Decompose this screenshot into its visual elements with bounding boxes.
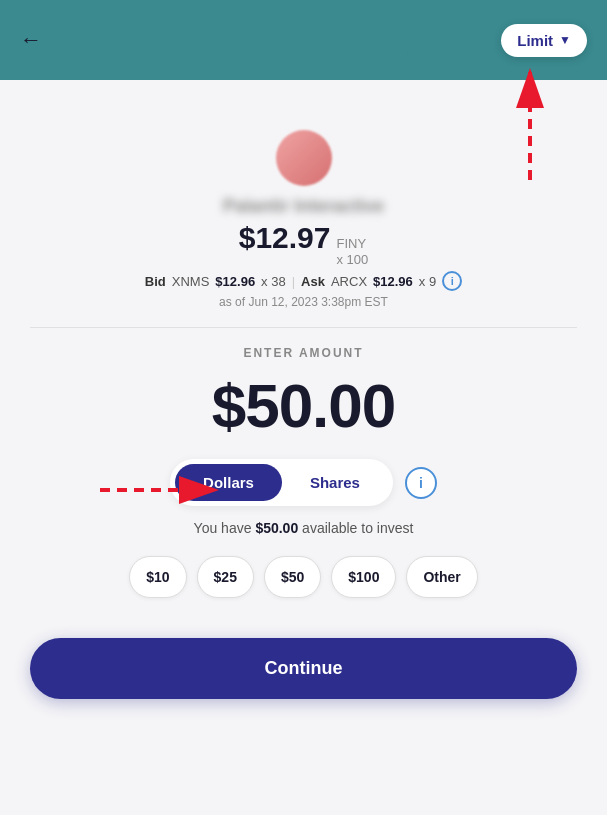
continue-button[interactable]: Continue bbox=[30, 638, 577, 699]
enter-amount-label: ENTER AMOUNT bbox=[30, 346, 577, 360]
chat-info-icon[interactable]: i bbox=[405, 467, 437, 499]
available-suffix: available to invest bbox=[298, 520, 413, 536]
ask-size: x 9 bbox=[419, 274, 436, 289]
dollars-toggle[interactable]: Dollars bbox=[175, 464, 282, 501]
bid-exchange: XNMS bbox=[172, 274, 210, 289]
header: ← Limit ▼ bbox=[0, 0, 607, 80]
bid-ask-row: Bid XNMS $12.96 x 38 | Ask ARCX $12.96 x… bbox=[30, 271, 577, 291]
limit-button[interactable]: Limit ▼ bbox=[501, 24, 587, 57]
stock-header: Palantir Interactive $12.97 FINY x 100 B… bbox=[30, 100, 577, 309]
quick-amount-10[interactable]: $10 bbox=[129, 556, 186, 598]
stock-price-row: $12.97 FINY x 100 bbox=[30, 221, 577, 267]
quick-amounts: $10 $25 $50 $100 Other bbox=[30, 556, 577, 598]
quick-amount-50[interactable]: $50 bbox=[264, 556, 321, 598]
ask-label: Ask bbox=[301, 274, 325, 289]
timestamp: as of Jun 12, 2023 3:38pm EST bbox=[30, 295, 577, 309]
bid-price: $12.96 bbox=[215, 274, 255, 289]
bid-label: Bid bbox=[145, 274, 166, 289]
quick-amount-25[interactable]: $25 bbox=[197, 556, 254, 598]
info-icon[interactable]: i bbox=[442, 271, 462, 291]
bid-size: x 38 bbox=[261, 274, 286, 289]
divider: | bbox=[292, 274, 295, 289]
content-area: Palantir Interactive $12.97 FINY x 100 B… bbox=[0, 80, 607, 719]
available-prefix: You have bbox=[194, 520, 256, 536]
toggle-container: Dollars Shares bbox=[170, 459, 393, 506]
available-amount: $50.00 bbox=[255, 520, 298, 536]
chevron-down-icon: ▼ bbox=[559, 33, 571, 47]
ask-exchange: ARCX bbox=[331, 274, 367, 289]
stock-name: Palantir Interactive bbox=[30, 196, 577, 217]
stock-exchange: FINY x 100 bbox=[336, 236, 368, 267]
quick-amount-100[interactable]: $100 bbox=[331, 556, 396, 598]
stock-price: $12.97 bbox=[239, 221, 331, 255]
section-divider bbox=[30, 327, 577, 328]
toggle-row: Dollars Shares i bbox=[30, 459, 577, 506]
back-button[interactable]: ← bbox=[20, 27, 42, 53]
quick-amount-other[interactable]: Other bbox=[406, 556, 477, 598]
limit-label: Limit bbox=[517, 32, 553, 49]
ask-price: $12.96 bbox=[373, 274, 413, 289]
stock-avatar bbox=[276, 130, 332, 186]
amount-display[interactable]: $50.00 bbox=[30, 370, 577, 441]
shares-toggle[interactable]: Shares bbox=[282, 464, 388, 501]
available-text: You have $50.00 available to invest bbox=[30, 520, 577, 536]
